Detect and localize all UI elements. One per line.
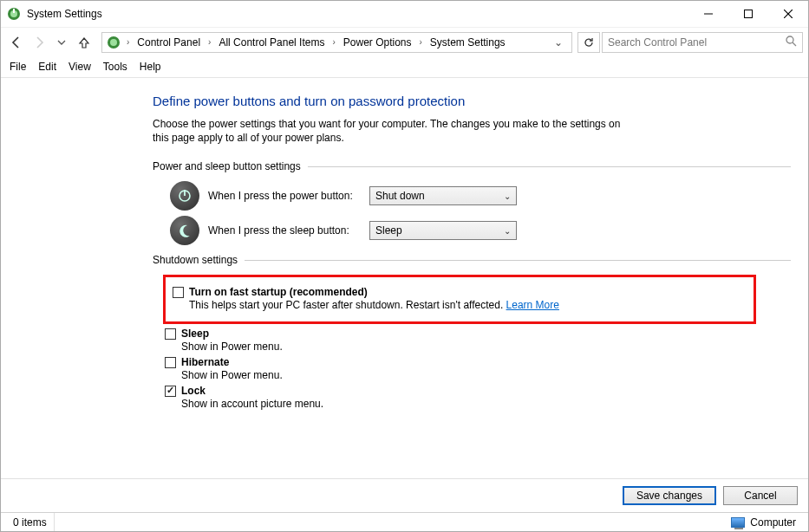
status-computer: Computer bbox=[724, 513, 803, 531]
section-shutdown: Shutdown settings bbox=[153, 254, 791, 266]
checkbox-hibernate[interactable] bbox=[165, 357, 176, 368]
chevron-right-icon: › bbox=[206, 37, 212, 47]
statusbar: 0 items Computer bbox=[1, 512, 808, 531]
sleep-button-label: When I press the sleep button: bbox=[208, 224, 361, 237]
minimize-button[interactable] bbox=[688, 1, 728, 27]
checkbox-fast-startup[interactable] bbox=[173, 287, 184, 298]
chevron-right-icon: › bbox=[418, 37, 424, 47]
power-button-dropdown[interactable]: Shut down ⌄ bbox=[369, 186, 517, 205]
learn-more-link[interactable]: Learn More bbox=[506, 299, 559, 311]
up-button[interactable] bbox=[74, 32, 95, 53]
highlight-box: Turn on fast startup (recommended) This … bbox=[163, 275, 756, 324]
checkbox-description: Show in account picture menu. bbox=[181, 398, 791, 410]
recent-dropdown[interactable] bbox=[51, 32, 72, 53]
svg-line-10 bbox=[793, 42, 796, 46]
chevron-right-icon: › bbox=[330, 37, 336, 47]
menu-file[interactable]: File bbox=[10, 61, 26, 73]
navbar: › Control Panel › All Control Panel Item… bbox=[1, 27, 808, 56]
computer-icon bbox=[731, 517, 745, 528]
maximize-button[interactable] bbox=[728, 1, 768, 27]
menu-help[interactable]: Help bbox=[140, 61, 161, 73]
chevron-down-icon: ⌄ bbox=[504, 226, 511, 236]
section-title: Shutdown settings bbox=[153, 254, 238, 266]
breadcrumb-icon bbox=[106, 35, 121, 50]
back-button[interactable] bbox=[6, 32, 27, 53]
checkbox-lock[interactable] bbox=[165, 386, 176, 397]
breadcrumb-item[interactable]: Control Panel bbox=[134, 36, 203, 49]
page-heading: Define power buttons and turn on passwor… bbox=[153, 94, 791, 108]
sleep-button-row: When I press the sleep button: Sleep ⌄ bbox=[170, 216, 791, 245]
power-button-row: When I press the power button: Shut down… bbox=[170, 181, 791, 211]
dropdown-value: Sleep bbox=[375, 224, 402, 237]
breadcrumb-item[interactable]: Power Options bbox=[341, 36, 414, 49]
menu-edit[interactable]: Edit bbox=[38, 61, 56, 73]
checkbox-sleep[interactable] bbox=[165, 328, 176, 340]
refresh-button[interactable] bbox=[577, 32, 600, 53]
chevron-down-icon[interactable]: ⌄ bbox=[554, 36, 568, 49]
svg-point-9 bbox=[786, 36, 793, 43]
page-description: Choose the power settings that you want … bbox=[153, 117, 638, 145]
menu-tools[interactable]: Tools bbox=[103, 61, 127, 73]
svg-point-8 bbox=[110, 39, 117, 46]
checkbox-label: Hibernate bbox=[181, 356, 229, 368]
window-title: System Settings bbox=[27, 8, 102, 20]
checkbox-description: Show in Power menu. bbox=[181, 341, 791, 353]
svg-rect-2 bbox=[13, 9, 15, 13]
status-items: 0 items bbox=[6, 513, 55, 531]
breadcrumb[interactable]: › Control Panel › All Control Panel Item… bbox=[101, 32, 572, 53]
search-box[interactable] bbox=[602, 32, 803, 53]
forward-button[interactable] bbox=[29, 32, 49, 53]
rule bbox=[245, 260, 791, 261]
save-button[interactable]: Save changes bbox=[623, 486, 716, 505]
sleep-icon bbox=[170, 216, 199, 245]
search-input[interactable] bbox=[608, 36, 786, 49]
checkbox-label: Turn on fast startup (recommended) bbox=[189, 286, 368, 298]
app-icon bbox=[6, 6, 22, 22]
chevron-right-icon: › bbox=[125, 37, 131, 47]
menubar: File Edit View Tools Help bbox=[1, 56, 808, 77]
section-power-sleep: Power and sleep button settings bbox=[153, 160, 791, 172]
power-icon bbox=[170, 181, 199, 211]
checkbox-label: Sleep bbox=[181, 328, 209, 340]
checkbox-description: Show in Power menu. bbox=[181, 369, 791, 381]
close-button[interactable] bbox=[768, 1, 808, 27]
rule bbox=[308, 166, 791, 167]
footer: Save changes Cancel bbox=[1, 478, 808, 512]
titlebar: System Settings bbox=[1, 1, 808, 27]
breadcrumb-item[interactable]: All Control Panel Items bbox=[216, 36, 327, 49]
section-title: Power and sleep button settings bbox=[153, 160, 301, 172]
svg-rect-4 bbox=[745, 10, 753, 18]
checkbox-description: This helps start your PC faster after sh… bbox=[189, 299, 747, 311]
sleep-button-dropdown[interactable]: Sleep ⌄ bbox=[369, 221, 517, 240]
cancel-button[interactable]: Cancel bbox=[723, 486, 798, 505]
checkbox-label: Lock bbox=[181, 385, 206, 397]
search-icon[interactable] bbox=[786, 36, 797, 49]
menu-view[interactable]: View bbox=[69, 61, 91, 73]
chevron-down-icon: ⌄ bbox=[504, 191, 511, 201]
breadcrumb-item[interactable]: System Settings bbox=[427, 36, 508, 49]
dropdown-value: Shut down bbox=[375, 190, 425, 202]
content-area: Define power buttons and turn on passwor… bbox=[1, 78, 808, 478]
power-button-label: When I press the power button: bbox=[208, 190, 361, 202]
